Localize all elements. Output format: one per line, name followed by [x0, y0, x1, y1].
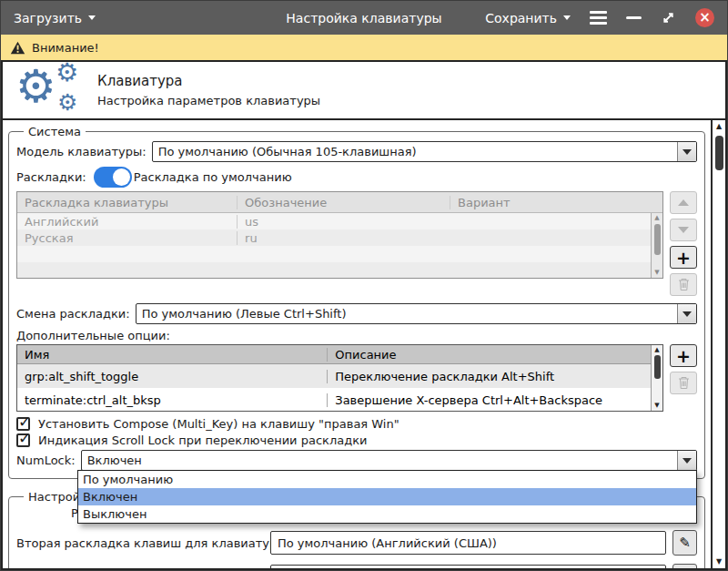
edit-second-layout-button[interactable]: ✎	[672, 530, 697, 556]
layout-switch-value: По умолчанию (Левые Ctrl+Shift)	[136, 304, 677, 323]
layouts-toggle-label: Раскладка по умолчанию	[134, 170, 292, 184]
layouts-default-toggle[interactable]	[94, 167, 132, 188]
app-header: ⚙ ⚙ ⚙ Клавиатура Настройка параметров кл…	[3, 62, 725, 120]
layouts-label: Раскладки:	[16, 170, 86, 184]
dropdown-arrow-button[interactable]	[677, 451, 696, 470]
delete-option-button[interactable]	[670, 372, 697, 394]
warning-icon	[10, 41, 25, 55]
scroll-down-icon[interactable]: ▼	[652, 270, 662, 276]
numlock-value: Включен	[82, 451, 677, 470]
scroll-down-icon[interactable]: ▼	[652, 403, 662, 409]
layout-switch-label: Смена раскладки:	[16, 307, 130, 321]
keyboard-model-select[interactable]: По умолчанию (Обычная 105-клавишная)	[152, 141, 697, 162]
edit-font-button[interactable]: ✎	[672, 564, 697, 568]
table-row	[17, 262, 662, 279]
scroll-down-icon[interactable]: ▼	[713, 558, 725, 566]
expand-icon	[661, 10, 676, 25]
keyboard-model-row: Модель клавиатуры: По умолчанию (Обычная…	[16, 141, 697, 162]
table-row[interactable]: Русская ru	[17, 229, 662, 246]
main-scrollbar[interactable]: ▲ ▼	[711, 120, 725, 568]
keyboard-model-label: Модель клавиатуры:	[16, 145, 147, 158]
menu-icon[interactable]	[590, 11, 607, 25]
scrolllock-checkbox-row: ✓ Индикация Scroll Lock при переключении…	[16, 433, 697, 447]
trash-icon	[678, 278, 690, 291]
scroll-up-icon[interactable]: ▲	[713, 123, 725, 130]
dropdown-option-on[interactable]: Включен	[78, 488, 696, 505]
numlock-dropdown-list: По умолчанию Включен Выключен	[77, 470, 697, 524]
save-menu-button[interactable]: Сохранить	[485, 11, 571, 25]
move-up-button[interactable]	[670, 191, 697, 214]
keyboard-model-value: По умолчанию (Обычная 105-клавишная)	[153, 142, 677, 161]
load-menu-label: Загрузить	[14, 11, 82, 25]
scroll-thumb[interactable]	[654, 224, 661, 255]
second-layout-label: Вторая раскладка клавиш для клавиатуры:	[16, 536, 264, 550]
table-scrollbar[interactable]: ▲ ▼	[651, 213, 662, 278]
warning-text: Внимание!	[32, 41, 99, 55]
column-header: Раскладка клавиатуры	[17, 196, 237, 209]
chevron-down-icon	[88, 15, 96, 20]
dropdown-option-default[interactable]: По умолчанию	[78, 471, 696, 488]
table-row[interactable]: grp:alt_shift_toggle Переключение раскла…	[17, 364, 662, 388]
table-row[interactable]: Английский us	[17, 213, 662, 229]
layouts-toggle-row: Раскладки: Раскладка по умолчанию	[16, 167, 697, 188]
options-table: Имя Описание grp:alt_shift_toggle Перекл…	[16, 344, 663, 412]
dropdown-option-off[interactable]: Выключен	[78, 505, 696, 523]
compose-checkbox-label: Установить Compose (Multi_Key) на клавиш…	[38, 417, 399, 431]
pencil-icon: ✎	[679, 535, 691, 551]
warning-banner: Внимание!	[1, 35, 727, 60]
numlock-select[interactable]: Включен	[81, 450, 697, 471]
keyboard-settings-window: Загрузить Настройка клавиатуры Сохранить…	[0, 0, 728, 571]
toggle-knob	[113, 168, 130, 186]
column-header: Вариант	[450, 196, 662, 209]
scroll-up-icon[interactable]: ▲	[652, 215, 662, 221]
font-row: Шрифт: По умолчанию (Европейская латинск…	[16, 564, 697, 568]
down-icon	[678, 227, 689, 233]
group-system-label: Система	[24, 125, 86, 138]
add-option-button[interactable]: +	[670, 344, 697, 367]
dropdown-arrow-button[interactable]	[677, 142, 696, 161]
up-icon	[678, 199, 689, 206]
dropdown-arrow-button[interactable]	[677, 304, 696, 323]
page-title: Клавиатура	[97, 73, 320, 89]
move-down-button[interactable]	[670, 219, 697, 241]
close-button[interactable]: ×	[695, 8, 714, 27]
table-row	[17, 246, 662, 262]
layout-switch-select[interactable]: По умолчанию (Левые Ctrl+Shift)	[136, 303, 697, 324]
second-layout-row: Вторая раскладка клавиш для клавиатуры: …	[16, 530, 697, 556]
compose-checkbox-row: ✓ Установить Compose (Multi_Key) на клав…	[16, 417, 697, 431]
table-row[interactable]: terminate:ctrl_alt_bksp Завершение X-сер…	[17, 388, 662, 412]
minimize-button[interactable]	[626, 16, 642, 20]
chevron-down-icon	[682, 458, 692, 464]
page-subtitle: Настройка параметров клавиатуры	[97, 94, 320, 107]
font-field[interactable]: По умолчанию (Европейская латинская)	[270, 565, 666, 568]
maximize-button[interactable]	[661, 10, 676, 25]
load-menu-button[interactable]: Загрузить	[14, 11, 96, 25]
scrolllock-checkbox[interactable]: ✓	[16, 433, 30, 447]
layouts-table-header: Раскладка клавиатуры Обозначение Вариант	[17, 192, 662, 213]
group-system: Система Модель клавиатуры: По умолчанию …	[8, 125, 705, 479]
add-layout-button[interactable]: +	[670, 246, 697, 269]
layout-switch-row: Смена раскладки: По умолчанию (Левые Ctr…	[16, 303, 697, 324]
options-table-header: Имя Описание	[17, 345, 662, 364]
close-icon: ×	[699, 11, 711, 25]
chevron-down-icon	[682, 149, 692, 155]
scroll-up-icon[interactable]: ▲	[652, 347, 662, 353]
chevron-down-icon	[682, 311, 692, 317]
layouts-table: Раскладка клавиатуры Обозначение Вариант…	[16, 191, 663, 279]
numlock-label: NumLock:	[16, 454, 76, 467]
delete-layout-button[interactable]	[670, 273, 697, 296]
numlock-row: NumLock: Включен По умолчанию Включен Вы…	[16, 450, 697, 471]
check-icon: ✓	[18, 413, 31, 431]
scrolllock-checkbox-label: Индикация Scroll Lock при переключении р…	[38, 433, 367, 447]
scroll-thumb[interactable]	[654, 355, 661, 379]
gears-icon: ⚙ ⚙ ⚙	[14, 64, 85, 117]
trash-icon	[678, 376, 690, 390]
table-scrollbar[interactable]: ▲ ▼	[651, 345, 662, 411]
chevron-down-icon	[563, 15, 571, 20]
second-layout-field[interactable]: По умолчанию (Английский (США))	[270, 531, 666, 555]
check-icon: ✓	[18, 429, 31, 447]
titlebar: Загрузить Настройка клавиатуры Сохранить…	[1, 1, 727, 35]
column-header: Имя	[17, 348, 327, 362]
scroll-thumb[interactable]	[715, 136, 723, 170]
options-label: Дополнительные опции:	[16, 329, 697, 342]
